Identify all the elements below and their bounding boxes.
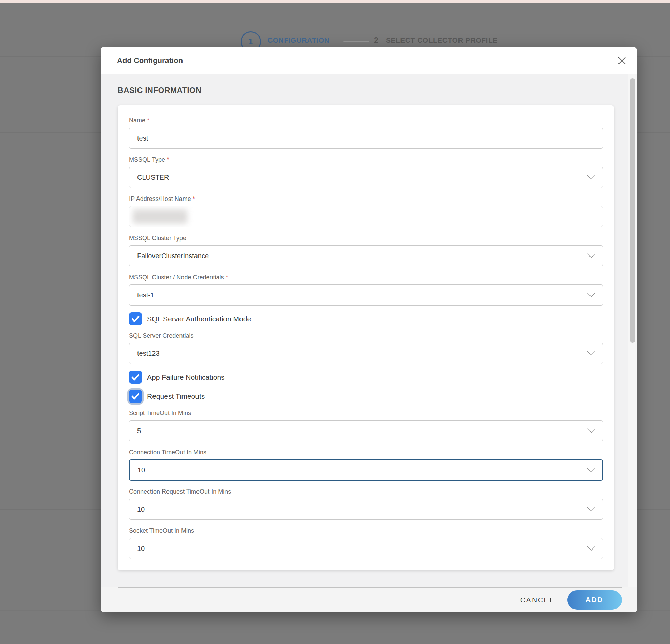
- app-failure-notifications-row: App Failure Notifications: [129, 371, 603, 384]
- name-input[interactable]: test: [129, 128, 603, 149]
- script-timeout-field-group: Script TimeOut In Mins 5: [129, 409, 603, 441]
- request-timeouts-row: Request Timeouts: [129, 390, 603, 403]
- redacted-ip-value: [133, 210, 187, 224]
- dialog-header: Add Configuration: [100, 47, 637, 75]
- required-marker: *: [147, 117, 149, 124]
- sql-server-credentials-field-group: SQL Server Credentials test123: [129, 332, 603, 364]
- close-button[interactable]: [617, 56, 627, 66]
- mssql-cluster-type-select[interactable]: FailoverClusterInstance: [129, 245, 603, 266]
- sql-server-credentials-select[interactable]: test123: [129, 343, 603, 364]
- sql-server-credentials-label: SQL Server Credentials: [129, 332, 603, 340]
- chevron-down-icon: [587, 428, 595, 433]
- connection-request-timeout-select[interactable]: 10: [129, 499, 603, 520]
- socket-timeout-select[interactable]: 10: [129, 538, 603, 559]
- ip-address-field-group: IP Address/Host Name*: [129, 195, 603, 227]
- connection-timeout-label: Connection TimeOut In Mins: [129, 448, 603, 456]
- connection-timeout-value: 10: [137, 466, 145, 474]
- sql-server-auth-mode-label: SQL Server Authentication Mode: [147, 315, 251, 323]
- mssql-cluster-node-credentials-label: MSSQL Cluster / Node Credentials*: [129, 273, 603, 281]
- request-timeouts-checkbox[interactable]: [129, 390, 142, 403]
- app-failure-notifications-label: App Failure Notifications: [147, 373, 225, 381]
- ip-address-input[interactable]: [129, 206, 603, 227]
- mssql-cluster-node-credentials-value: test-1: [137, 291, 154, 299]
- chevron-down-icon: [587, 253, 595, 258]
- script-timeout-label: Script TimeOut In Mins: [129, 409, 603, 417]
- dialog-title: Add Configuration: [117, 56, 183, 65]
- app-failure-notifications-checkbox[interactable]: [129, 371, 142, 384]
- step-1-label: CONFIGURATION: [267, 36, 330, 44]
- required-marker: *: [193, 196, 195, 202]
- ip-address-label: IP Address/Host Name*: [129, 195, 603, 203]
- check-icon: [131, 393, 139, 400]
- footer-divider: [118, 587, 621, 588]
- dialog-body: BASIC INFORMATION Name* test MSSQL Type*…: [100, 75, 637, 587]
- connection-request-timeout-field-group: Connection Request TimeOut In Mins 10: [129, 487, 603, 520]
- scrollbar-thumb[interactable]: [630, 79, 635, 343]
- mssql-type-value: CLUSTER: [137, 174, 169, 181]
- mssql-cluster-node-credentials-field-group: MSSQL Cluster / Node Credentials* test-1: [129, 273, 603, 306]
- mssql-cluster-type-label: MSSQL Cluster Type: [129, 234, 603, 242]
- mssql-type-field-group: MSSQL Type* CLUSTER: [129, 156, 603, 188]
- sql-server-credentials-value: test123: [137, 350, 160, 357]
- modal-scrollbar[interactable]: [628, 75, 637, 587]
- connection-request-timeout-label: Connection Request TimeOut In Mins: [129, 487, 603, 496]
- step-connector-line: [343, 41, 369, 42]
- dialog-footer: CANCEL ADD: [100, 587, 637, 612]
- mssql-cluster-type-field-group: MSSQL Cluster Type FailoverClusterInstan…: [129, 234, 603, 266]
- connection-request-timeout-value: 10: [137, 506, 145, 513]
- add-configuration-dialog: Add Configuration BASIC INFORMATION Name…: [100, 47, 637, 612]
- chevron-down-icon: [587, 546, 595, 551]
- chevron-down-icon: [587, 507, 595, 512]
- close-icon: [617, 56, 626, 65]
- check-icon: [131, 374, 139, 381]
- sql-server-auth-mode-checkbox[interactable]: [129, 312, 142, 325]
- chevron-down-icon: [587, 468, 595, 472]
- required-marker: *: [226, 274, 228, 281]
- connection-timeout-field-group: Connection TimeOut In Mins 10: [129, 448, 603, 481]
- step-2-label: SELECT COLLECTOR PROFILE: [386, 36, 498, 44]
- chevron-down-icon: [587, 175, 595, 180]
- mssql-cluster-type-value: FailoverClusterInstance: [137, 252, 209, 259]
- sql-server-auth-mode-row: SQL Server Authentication Mode: [129, 312, 603, 325]
- mssql-type-label: MSSQL Type*: [129, 156, 603, 164]
- name-field-group: Name* test: [129, 116, 603, 149]
- request-timeouts-label: Request Timeouts: [147, 392, 205, 401]
- chevron-down-icon: [587, 351, 595, 356]
- cancel-button[interactable]: CANCEL: [520, 596, 554, 604]
- socket-timeout-field-group: Socket TimeOut In Mins 10: [129, 527, 603, 559]
- check-icon: [131, 316, 139, 322]
- script-timeout-select[interactable]: 5: [129, 420, 603, 441]
- name-label: Name*: [129, 116, 603, 124]
- mssql-type-select[interactable]: CLUSTER: [129, 167, 603, 188]
- mssql-cluster-node-credentials-select[interactable]: test-1: [129, 284, 603, 306]
- step-2-indicator: 2: [374, 36, 378, 45]
- socket-timeout-label: Socket TimeOut In Mins: [129, 527, 603, 535]
- connection-timeout-select[interactable]: 10: [129, 459, 603, 481]
- basic-information-card: Name* test MSSQL Type* CLUSTER IP Addres…: [118, 105, 614, 570]
- required-marker: *: [167, 156, 169, 163]
- socket-timeout-value: 10: [137, 545, 145, 552]
- add-button[interactable]: ADD: [567, 590, 622, 609]
- chevron-down-icon: [587, 293, 595, 297]
- section-heading-basic-information: BASIC INFORMATION: [118, 86, 637, 95]
- script-timeout-value: 5: [137, 427, 141, 434]
